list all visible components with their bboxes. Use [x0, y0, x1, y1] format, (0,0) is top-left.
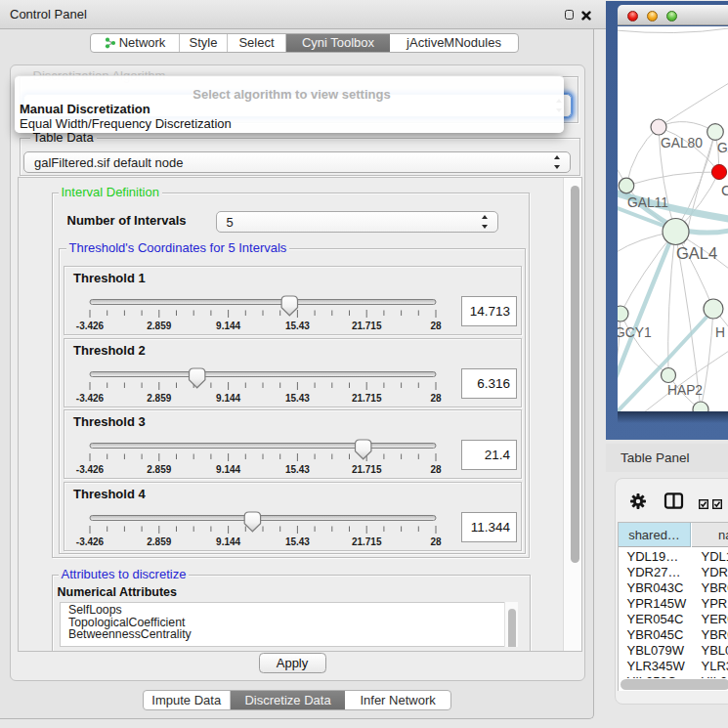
svg-text:9.144: 9.144 [216, 393, 240, 404]
svg-text:21.715: 21.715 [352, 536, 382, 547]
svg-text:2.859: 2.859 [147, 536, 171, 547]
svg-text:21.715: 21.715 [352, 321, 382, 331]
svg-text:15.43: 15.43 [285, 393, 310, 404]
svg-text:28: 28 [430, 393, 442, 404]
svg-text:C: C [721, 182, 728, 198]
svg-text:15.43: 15.43 [285, 536, 310, 547]
svg-text:21.715: 21.715 [352, 393, 382, 404]
svg-text:-3.426: -3.426 [76, 321, 105, 331]
svg-text:GAL11: GAL11 [627, 195, 668, 210]
svg-text:GCY1: GCY1 [618, 325, 652, 340]
svg-text:GA: GA [717, 141, 728, 155]
svg-text:2.859: 2.859 [147, 393, 171, 404]
svg-text:GAL80: GAL80 [661, 136, 703, 150]
svg-text:-3.426: -3.426 [76, 536, 105, 547]
svg-text:9.144: 9.144 [216, 464, 240, 475]
svg-text:HAP2: HAP2 [667, 383, 703, 398]
svg-text:GAL4: GAL4 [676, 244, 717, 262]
svg-text:28: 28 [430, 321, 442, 331]
svg-text:2.859: 2.859 [147, 464, 171, 475]
svg-text:9.144: 9.144 [216, 536, 240, 547]
svg-text:H: H [715, 325, 725, 340]
svg-text:2.859: 2.859 [147, 321, 171, 331]
svg-text:21.715: 21.715 [352, 464, 382, 475]
svg-text:-3.426: -3.426 [76, 393, 105, 404]
svg-text:28: 28 [430, 536, 442, 547]
svg-text:-3.426: -3.426 [76, 464, 105, 475]
svg-text:28: 28 [430, 464, 442, 475]
svg-text:9.144: 9.144 [216, 321, 240, 331]
svg-text:15.43: 15.43 [285, 464, 310, 475]
svg-text:15.43: 15.43 [285, 321, 310, 331]
